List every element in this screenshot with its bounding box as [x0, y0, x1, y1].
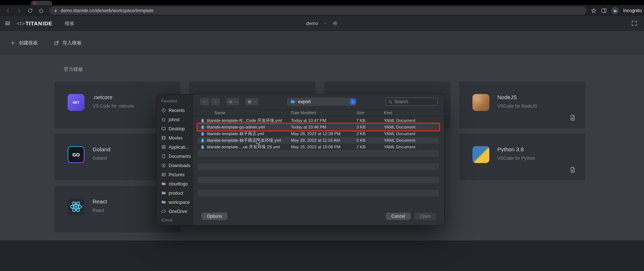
file-date: May 25, 2022 at 10:08 PM — [291, 145, 356, 149]
file-kind: YAML Document — [384, 118, 439, 123]
sidebar-item-product[interactable]: product — [156, 188, 193, 198]
file-kind: YAML Document — [384, 125, 439, 129]
url-bar[interactable]: demo.titanide.cn/ide/web/workspace/templ… — [49, 7, 586, 15]
file-name: titanide-template-...ue 开发环境 2S.yml — [207, 144, 280, 150]
lock-icon — [54, 8, 58, 13]
incognito-label: Incognito — [623, 8, 642, 13]
empty-row — [198, 157, 439, 163]
sidebar-item-documents[interactable]: Documents — [156, 152, 193, 161]
incognito-avatar[interactable] — [611, 7, 619, 14]
folder-icon — [161, 200, 166, 205]
side-panel-icon[interactable] — [601, 8, 607, 14]
create-template-label: 创建模板 — [19, 40, 38, 46]
column-headers: Name Date Modified Size Kind — [193, 109, 444, 116]
browser-tabstrip — [0, 0, 644, 5]
file-row[interactable]: titanide-template-...ue 开发环境 2S.yml May … — [198, 144, 439, 150]
back-icon[interactable] — [5, 8, 11, 14]
reload-icon[interactable] — [27, 8, 33, 14]
dialog-forward-button[interactable] — [211, 98, 220, 105]
chevron-down-icon — [253, 100, 256, 103]
nodejs-icon — [472, 94, 489, 111]
film-icon — [161, 136, 166, 140]
sidebar-item-recents[interactable]: Recents — [156, 106, 193, 115]
file-date: Today at 10:46 PM — [291, 125, 356, 129]
dialog-footer: Options Cancel Open — [193, 207, 444, 225]
chevron-down-icon — [234, 100, 237, 103]
document-icon — [161, 154, 166, 159]
search-input[interactable] — [394, 99, 435, 104]
list-view-dropdown[interactable] — [226, 98, 239, 105]
sidebar-item-workspace[interactable]: workspace — [156, 198, 193, 207]
file-list: titanide-template-R...Code 开发环境.yml Toda… — [193, 116, 444, 207]
chevron-down-icon[interactable] — [323, 21, 327, 25]
page-footer — [0, 241, 644, 271]
column-date-modified[interactable]: Date Modified — [291, 111, 356, 115]
cancel-button[interactable]: Cancel — [386, 213, 410, 220]
file-name: titanide-template-袜子商店.yml — [207, 131, 264, 137]
list-view-icon — [229, 100, 233, 104]
folder-icon — [161, 191, 166, 195]
import-icon — [54, 40, 59, 46]
sidebar-item-movies[interactable]: Movies — [156, 133, 193, 142]
import-template-label: 导入模板 — [62, 40, 82, 46]
file-row[interactable]: titanide-template-R...Code 开发环境.yml Toda… — [198, 117, 439, 124]
folder-stepper-icon[interactable] — [350, 99, 356, 105]
plus-icon — [10, 40, 15, 46]
bookmark-star-icon[interactable] — [591, 8, 597, 14]
app-logo[interactable]: <t>TITANIDE — [17, 20, 52, 26]
updown-icon — [351, 100, 355, 104]
sidebar-item-applications[interactable]: Applicati... — [156, 142, 193, 152]
template-card-python[interactable]: Python 3.8 VSCode for Python — [459, 134, 585, 180]
open-button[interactable]: Open — [414, 213, 436, 220]
create-template-button[interactable]: 创建模板 — [10, 40, 38, 46]
browser-tab[interactable] — [31, 1, 52, 5]
sidebar-item-cloudtogo[interactable]: cloudtogo — [156, 179, 193, 188]
workspace-name[interactable]: demo — [306, 21, 318, 26]
cloud-icon — [161, 209, 166, 214]
empty-row — [198, 170, 439, 177]
file-row[interactable]: titanide-template-袜子商店开发环境.yml May 28, 2… — [198, 137, 439, 144]
home-icon[interactable] — [38, 8, 44, 14]
current-folder-dropdown[interactable]: export — [287, 98, 357, 106]
sidebar-item-pictures[interactable]: Pictures — [156, 170, 193, 179]
column-kind[interactable]: Kind — [384, 111, 439, 115]
dialog-content: export Name Date Modified Size Kind tita… — [193, 94, 444, 225]
group-view-dropdown[interactable] — [245, 98, 258, 105]
goland-icon: GO — [68, 146, 84, 163]
sort-chevron-icon — [319, 111, 322, 115]
template-file-icon[interactable] — [569, 167, 576, 173]
template-name: Python 3.8 — [497, 146, 535, 152]
react-icon — [68, 198, 84, 215]
column-name[interactable]: Name — [201, 111, 291, 115]
fullscreen-icon[interactable] — [631, 20, 637, 26]
chevron-left-icon — [202, 100, 206, 104]
favorites-label: Favorites — [156, 99, 193, 106]
template-file-icon[interactable] — [569, 115, 576, 121]
options-button[interactable]: Options — [201, 213, 227, 220]
download-icon — [161, 163, 166, 168]
menu-icon[interactable] — [4, 20, 11, 26]
import-template-button[interactable]: 导入模板 — [54, 40, 82, 46]
template-desc: VSCode for Python — [497, 156, 535, 161]
forward-icon[interactable] — [16, 8, 22, 14]
url-text[interactable]: demo.titanide.cn/ide/web/workspace/templ… — [61, 8, 154, 13]
clock-icon — [161, 108, 166, 113]
sidebar-item-onedrive[interactable]: OneDrive — [156, 207, 193, 216]
sidebar-item-desktop[interactable]: Desktop — [156, 124, 193, 133]
grid-view-icon — [248, 100, 252, 104]
file-row-highlighted[interactable]: titanide-template-go-admin.yml Today at … — [198, 124, 439, 130]
template-desc: VSCode for NodeJS — [497, 104, 537, 109]
column-size[interactable]: Size — [356, 111, 384, 115]
file-row[interactable]: titanide-template-袜子商店.yml May 28, 2022 … — [198, 130, 439, 137]
sidebar-item-downloads[interactable]: Downloads — [156, 161, 193, 170]
search-box[interactable] — [385, 98, 438, 106]
template-card-nodejs[interactable]: NodeJS VSCode for NodeJS — [459, 82, 585, 128]
file-name: titanide-template-R...Code 开发环境.yml — [207, 118, 282, 123]
sidebar-item-johnd[interactable]: johnd — [156, 115, 193, 124]
gear-icon[interactable] — [332, 21, 338, 26]
file-open-dialog: Favorites Recents johnd Desktop Movies A… — [156, 94, 445, 225]
template-name: .netcore — [93, 94, 134, 100]
applications-icon — [161, 145, 166, 149]
dialog-back-button[interactable] — [200, 98, 209, 105]
folder-icon — [290, 99, 295, 104]
